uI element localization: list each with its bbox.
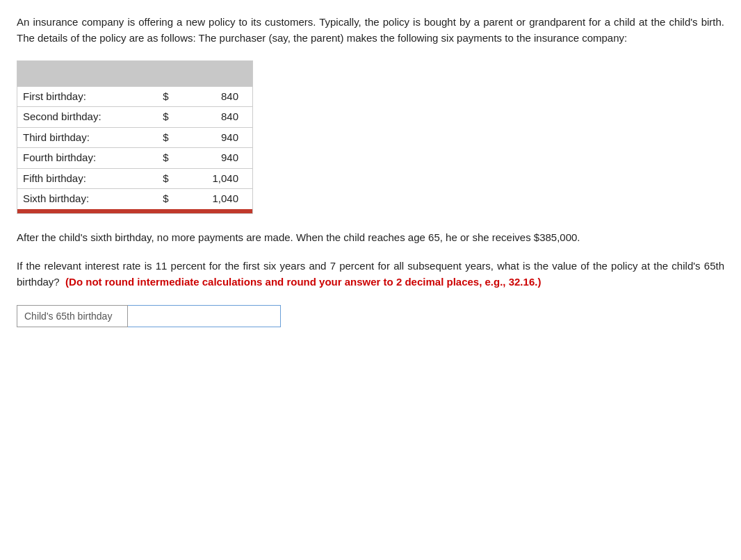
row-dollar: $ [147, 189, 170, 209]
interest-paragraph: If the relevant interest rate is 11 perc… [17, 258, 724, 290]
row-amount: 840 [170, 86, 252, 107]
table-footer-bar [17, 209, 252, 213]
row-dollar: $ [147, 107, 170, 128]
row-label: Fifth birthday: [17, 168, 147, 189]
row-dollar: $ [147, 86, 170, 107]
table-row: Fourth birthday:$940 [17, 148, 252, 169]
input-section: Child's 65th birthday [17, 305, 724, 327]
row-amount: 1,040 [170, 168, 252, 189]
row-amount: 940 [170, 148, 252, 169]
row-dollar: $ [147, 168, 170, 189]
input-label: Child's 65th birthday [17, 305, 128, 327]
row-amount: 1,040 [170, 189, 252, 209]
birthday-input[interactable] [128, 305, 281, 327]
row-amount: 940 [170, 127, 252, 148]
row-dollar: $ [147, 148, 170, 169]
table-row: Third birthday:$940 [17, 127, 252, 148]
row-label: Fourth birthday: [17, 148, 147, 169]
table-row: Fifth birthday:$1,040 [17, 168, 252, 189]
row-dollar: $ [147, 127, 170, 148]
payment-table: First birthday:$840Second birthday:$840T… [17, 86, 252, 209]
table-row: Second birthday:$840 [17, 107, 252, 128]
table-row: First birthday:$840 [17, 86, 252, 107]
intro-paragraph: An insurance company is offering a new p… [17, 14, 724, 47]
interest-text-highlight: (Do not round intermediate calculations … [65, 276, 541, 288]
row-label: Sixth birthday: [17, 189, 147, 209]
after-paragraph: After the child's sixth birthday, no mor… [17, 229, 724, 245]
row-label: Second birthday: [17, 107, 147, 128]
row-amount: 840 [170, 107, 252, 128]
row-label: First birthday: [17, 86, 147, 107]
table-header-bar [17, 61, 252, 86]
payment-table-wrapper: First birthday:$840Second birthday:$840T… [17, 60, 253, 214]
row-label: Third birthday: [17, 127, 147, 148]
table-row: Sixth birthday:$1,040 [17, 189, 252, 209]
